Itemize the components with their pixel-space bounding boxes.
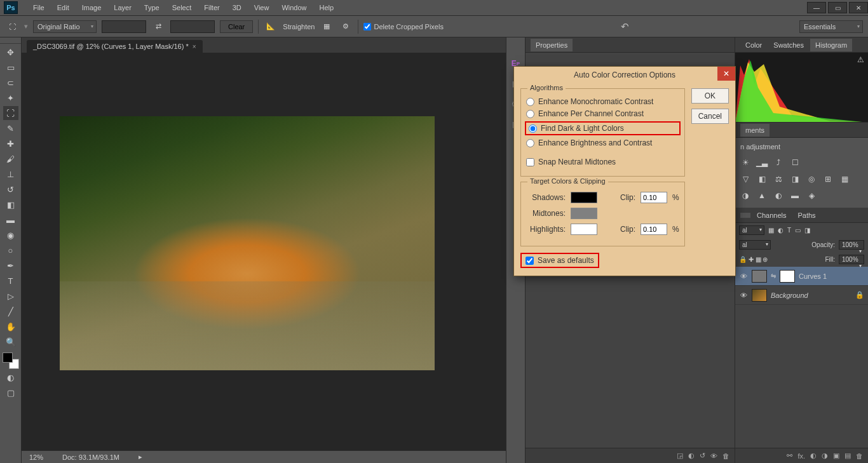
foreground-color[interactable] (3, 352, 13, 363)
midtones-color-swatch[interactable] (571, 208, 597, 219)
menu-3d[interactable]: 3D (226, 1, 248, 14)
line-tool[interactable]: ╱ (3, 304, 18, 318)
blend-mode-dropdown[interactable]: al (739, 240, 771, 250)
straighten-label[interactable]: Straighten (283, 23, 315, 30)
crop-height-input[interactable] (170, 20, 215, 33)
dodge-tool[interactable]: ○ (3, 243, 18, 257)
zoom-level[interactable]: 12% (29, 453, 43, 461)
prev-state-icon[interactable]: ◐ (688, 452, 695, 460)
menu-layer[interactable]: Layer (107, 1, 138, 14)
document-tab[interactable]: _DSC3069.tif @ 12% (Curves 1, Layer Mask… (27, 40, 203, 53)
visibility-toggle-icon[interactable]: 👁 (739, 272, 748, 280)
doc-info[interactable]: Doc: 93.1M/93.1M (62, 453, 119, 461)
delete-cropped-input[interactable] (363, 23, 371, 30)
brush-tool[interactable]: 🖌 (3, 152, 18, 166)
photo-filter-icon[interactable]: ◎ (805, 173, 818, 185)
shadows-color-swatch[interactable] (571, 192, 597, 203)
hand-tool[interactable]: ✋ (3, 319, 18, 333)
new-adjustment-icon[interactable]: ◑ (822, 452, 828, 460)
link-icon[interactable]: ⇋ (771, 272, 776, 279)
posterize-icon[interactable]: ▲ (756, 190, 768, 201)
crop-tool-icon[interactable]: ⛶ (5, 20, 19, 34)
reset-icon[interactable]: ↺ (700, 452, 705, 460)
vibrance-icon[interactable]: ▽ (739, 173, 752, 185)
layer-name[interactable]: Background (771, 292, 808, 299)
threshold-icon[interactable]: ◐ (772, 190, 785, 201)
histogram-warning-icon[interactable]: ⚠ (857, 55, 864, 64)
move-tool[interactable]: ✥ (3, 45, 18, 59)
highlights-clip-input[interactable] (641, 224, 667, 235)
aspect-ratio-dropdown[interactable]: Original Ratio (33, 20, 97, 33)
stamp-tool[interactable]: ⊥ (3, 167, 18, 181)
dialog-close-button[interactable]: ✕ (717, 67, 735, 81)
mixer-icon[interactable]: ⊞ (822, 173, 834, 185)
screen-mode-icon[interactable]: ▢ (3, 386, 18, 399)
clear-button[interactable]: Clear (220, 20, 253, 33)
crop-options-icon[interactable]: ⚙ (339, 20, 353, 34)
new-group-icon[interactable]: ▣ (833, 452, 839, 460)
close-tab-icon[interactable]: × (193, 43, 196, 50)
swap-dimensions-icon[interactable]: ⇄ (151, 20, 165, 34)
lut-icon[interactable]: ▦ (838, 173, 851, 185)
adjustment-thumb[interactable] (752, 270, 767, 283)
minimize-button[interactable]: — (807, 2, 826, 13)
algo-mono-input[interactable] (526, 98, 534, 106)
visibility-icon[interactable]: 👁 (710, 452, 717, 460)
filter-image-icon[interactable]: ▦ (768, 227, 774, 234)
delete-cropped-checkbox[interactable]: Delete Cropped Pixels (363, 23, 443, 30)
lock-icons[interactable]: 🔒 ✚ ▦ ⊕ (739, 256, 768, 263)
bw-icon[interactable]: ◨ (789, 173, 801, 185)
status-arrow-icon[interactable]: ▸ (139, 453, 142, 461)
menu-help[interactable]: Help (313, 1, 341, 14)
algo-perchannel-radio[interactable]: Enhance Per Channel Contrast (526, 109, 679, 118)
gradient-map-icon[interactable]: ▬ (789, 190, 801, 201)
snap-midtones-checkbox[interactable]: Snap Neutral Midtones (526, 158, 679, 166)
levels-icon[interactable]: ▁▃ (756, 157, 768, 168)
properties-tab[interactable]: Properties (531, 39, 573, 51)
workspace-dropdown[interactable]: Essentials (799, 20, 863, 33)
fx-icon[interactable]: fx. (797, 452, 805, 460)
clip-mask-icon[interactable]: ◲ (677, 452, 683, 460)
fill-input[interactable]: 100% (839, 255, 864, 264)
fg-bg-colors[interactable] (3, 352, 19, 369)
save-defaults-input[interactable] (526, 257, 534, 265)
menu-view[interactable]: View (248, 1, 276, 14)
gradient-tool[interactable]: ▬ (3, 213, 18, 227)
path-select-tool[interactable]: ▷ (3, 289, 18, 303)
link-layers-icon[interactable]: ⚯ (787, 452, 792, 460)
lasso-tool[interactable]: ⊂ (3, 76, 18, 90)
eyedropper-tool[interactable]: ✎ (3, 121, 18, 135)
toolbox-grip[interactable] (0, 40, 21, 44)
quick-mask-icon[interactable]: ◐ (3, 370, 18, 384)
delete-layer-icon[interactable]: 🗑 (856, 452, 863, 460)
grid-overlay-icon[interactable]: ▦ (320, 20, 334, 34)
layer-row-curves[interactable]: 👁 ⇋ Curves 1 (735, 267, 868, 286)
filter-shape-icon[interactable]: ▭ (795, 227, 801, 234)
shadows-clip-input[interactable] (641, 192, 667, 203)
hue-icon[interactable]: ◧ (756, 173, 768, 185)
mask-icon[interactable]: ◐ (810, 452, 817, 460)
wand-tool[interactable]: ✦ (3, 91, 18, 105)
menu-type[interactable]: Type (138, 1, 166, 14)
heal-tool[interactable]: ✚ (3, 137, 18, 151)
brightness-icon[interactable]: ☀ (739, 157, 752, 168)
algo-perchannel-input[interactable] (526, 110, 534, 118)
close-window-button[interactable]: ✕ (849, 2, 868, 13)
algo-brightness-radio[interactable]: Enhance Brightness and Contrast (526, 138, 679, 147)
selective-icon[interactable]: ◈ (805, 190, 818, 201)
algo-brightness-input[interactable] (526, 139, 534, 147)
ok-button[interactable]: OK (691, 88, 729, 104)
cancel-button[interactable]: Cancel (691, 109, 729, 124)
algo-darklight-radio[interactable]: Find Dark & Light Colors (529, 124, 677, 133)
balance-icon[interactable]: ⚖ (772, 173, 785, 185)
algo-mono-radio[interactable]: Enhance Monochromatic Contrast (526, 97, 679, 106)
marquee-tool[interactable]: ▭ (3, 60, 18, 74)
layer-filter-dropdown[interactable]: al (739, 225, 764, 235)
invert-icon[interactable]: ◑ (739, 190, 752, 201)
color-tab[interactable]: Color (740, 39, 767, 51)
new-layer-icon[interactable]: ▤ (844, 452, 851, 460)
channels-tab[interactable]: Channels (752, 209, 791, 222)
canvas-viewport[interactable] (22, 53, 506, 450)
menu-image[interactable]: Image (76, 1, 108, 14)
delete-icon[interactable]: 🗑 (722, 452, 729, 460)
